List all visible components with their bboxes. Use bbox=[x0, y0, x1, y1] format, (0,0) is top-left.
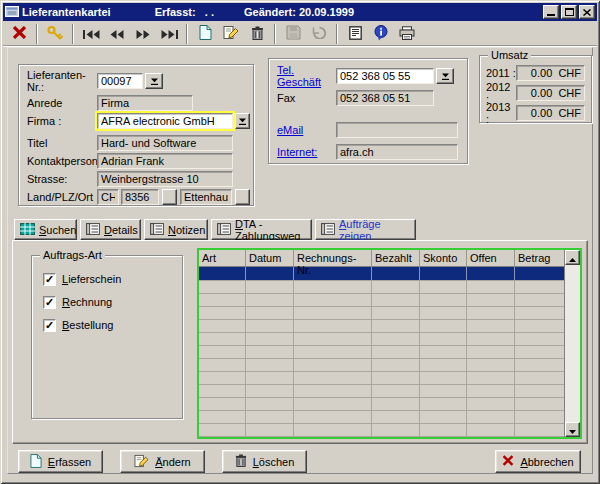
cancel-button[interactable] bbox=[6, 22, 32, 46]
dropdown-arrow-icon bbox=[238, 114, 247, 129]
abbrechen-button[interactable]: Abbrechen bbox=[495, 450, 581, 473]
table-row[interactable] bbox=[199, 307, 564, 320]
plz-input[interactable] bbox=[121, 189, 159, 205]
column-header-bezahlt[interactable]: Bezahlt bbox=[372, 250, 420, 266]
maximize-button[interactable] bbox=[561, 5, 577, 19]
checkbox-rechnung[interactable]: ✓ Rechnung bbox=[43, 295, 112, 309]
last-record-button[interactable] bbox=[156, 22, 182, 46]
scrollbar-up-button[interactable] bbox=[565, 250, 580, 265]
column-header-art[interactable]: Art bbox=[199, 250, 246, 266]
first-record-icon bbox=[83, 27, 100, 42]
fax-input[interactable] bbox=[336, 90, 434, 106]
anrede-input[interactable] bbox=[97, 95, 193, 111]
table-row[interactable] bbox=[199, 385, 564, 398]
info-button[interactable] bbox=[368, 22, 394, 46]
table-row[interactable] bbox=[199, 281, 564, 294]
new-record-button[interactable] bbox=[192, 22, 218, 46]
info-icon bbox=[374, 25, 388, 44]
table-row[interactable] bbox=[199, 333, 564, 346]
last-record-icon bbox=[161, 27, 178, 42]
app-window: Lieferantenkartei Erfasst: . . Geändert:… bbox=[0, 0, 600, 484]
button-label: Erfassen bbox=[48, 456, 91, 468]
arrow-down-icon bbox=[569, 422, 576, 437]
ort-lookup-button[interactable] bbox=[235, 189, 250, 205]
red-x-icon bbox=[502, 455, 514, 468]
tab-dta-zahlungsweg[interactable]: DTA - Zahlungsweg bbox=[211, 219, 312, 240]
form-icon bbox=[86, 223, 100, 237]
ort-input[interactable] bbox=[180, 189, 232, 205]
table-row-selected[interactable] bbox=[199, 267, 564, 281]
strasse-label: Strasse: bbox=[27, 173, 97, 185]
new-document-icon bbox=[199, 25, 212, 43]
tab-auftraege-zeigen[interactable]: Aufträge zeigen bbox=[315, 219, 416, 240]
tel-input[interactable] bbox=[336, 68, 434, 84]
minimize-button[interactable] bbox=[543, 5, 559, 19]
table-row[interactable] bbox=[199, 346, 564, 359]
table-row[interactable] bbox=[199, 359, 564, 372]
delete-record-button[interactable] bbox=[244, 22, 270, 46]
tab-suchen[interactable]: Suchen bbox=[14, 219, 77, 240]
erfassen-button[interactable]: Erfassen bbox=[18, 450, 103, 473]
firma-dropdown-button[interactable] bbox=[235, 113, 250, 129]
table-row[interactable] bbox=[199, 372, 564, 385]
table-scrollbar[interactable] bbox=[564, 250, 580, 437]
geaendert-label: Geändert: 20.09.1999 bbox=[244, 6, 354, 18]
toolbar-separator bbox=[36, 24, 38, 44]
table-row[interactable] bbox=[199, 294, 564, 307]
titel-input[interactable] bbox=[97, 135, 233, 151]
column-header-datum[interactable]: Datum bbox=[246, 250, 294, 266]
tab-details[interactable]: Details bbox=[80, 219, 141, 240]
checkbox-box[interactable]: ✓ bbox=[43, 319, 56, 332]
printer-icon bbox=[399, 26, 415, 43]
strasse-input[interactable] bbox=[97, 171, 233, 187]
column-header-betrag[interactable]: Betrag bbox=[515, 250, 564, 266]
land-input[interactable] bbox=[97, 189, 119, 205]
report-button[interactable] bbox=[342, 22, 368, 46]
tel-dropdown-button[interactable] bbox=[436, 68, 454, 84]
close-button[interactable] bbox=[579, 5, 595, 19]
kontaktperson-input[interactable] bbox=[97, 153, 233, 169]
email-link[interactable]: eMail bbox=[277, 124, 336, 136]
table-row[interactable] bbox=[199, 424, 564, 437]
plz-lookup-button[interactable] bbox=[162, 189, 177, 205]
window-title: Lieferantenkartei bbox=[22, 6, 111, 18]
internet-input[interactable] bbox=[336, 144, 458, 160]
scrollbar-down-button[interactable] bbox=[565, 422, 580, 437]
lieferanten-nr-input[interactable] bbox=[97, 73, 143, 89]
aendern-button[interactable]: Ändern bbox=[120, 450, 205, 473]
checkbox-box[interactable]: ✓ bbox=[43, 296, 56, 309]
auftragsart-groupbox: Auftrags-Art ✓ Lieferschein ✓ Rechnung ✓… bbox=[31, 255, 183, 419]
firma-input[interactable] bbox=[97, 113, 233, 129]
toolbar bbox=[3, 21, 597, 47]
loeschen-button[interactable]: Löschen bbox=[222, 450, 307, 473]
column-header-offen[interactable]: Offen bbox=[467, 250, 515, 266]
column-header-skonto[interactable]: Skonto bbox=[420, 250, 467, 266]
print-button[interactable] bbox=[394, 22, 420, 46]
tab-notizen[interactable]: Notizen bbox=[144, 219, 208, 240]
save-button[interactable] bbox=[280, 22, 306, 46]
floppy-disabled-icon bbox=[286, 25, 301, 43]
email-input[interactable] bbox=[336, 122, 458, 138]
previous-record-button[interactable] bbox=[104, 22, 130, 46]
table-row[interactable] bbox=[199, 320, 564, 333]
checkbox-lieferschein[interactable]: ✓ Lieferschein bbox=[43, 272, 121, 286]
internet-link[interactable]: Internet: bbox=[277, 146, 336, 158]
column-header-rechnungs-nr[interactable]: Rechnungs-Nr. bbox=[294, 250, 372, 266]
toolbar-separator bbox=[274, 24, 276, 44]
edit-record-button[interactable] bbox=[218, 22, 244, 46]
table-row[interactable] bbox=[199, 411, 564, 424]
next-record-button[interactable] bbox=[130, 22, 156, 46]
firma-label: Firma : bbox=[27, 115, 97, 127]
undo-button[interactable] bbox=[306, 22, 332, 46]
checkbox-bestellung[interactable]: ✓ Bestellung bbox=[43, 318, 113, 332]
key-button[interactable] bbox=[42, 22, 68, 46]
button-label: Löschen bbox=[253, 456, 295, 468]
form-icon bbox=[150, 223, 164, 237]
lieferanten-nr-dropdown-button[interactable] bbox=[145, 73, 163, 89]
first-record-button[interactable] bbox=[78, 22, 104, 46]
toolbar-separator bbox=[336, 24, 338, 44]
tel-geschaeft-link[interactable]: Tel. Geschäft bbox=[277, 64, 336, 88]
table-row[interactable] bbox=[199, 398, 564, 411]
form-icon bbox=[321, 223, 335, 237]
checkbox-box[interactable]: ✓ bbox=[43, 273, 56, 286]
